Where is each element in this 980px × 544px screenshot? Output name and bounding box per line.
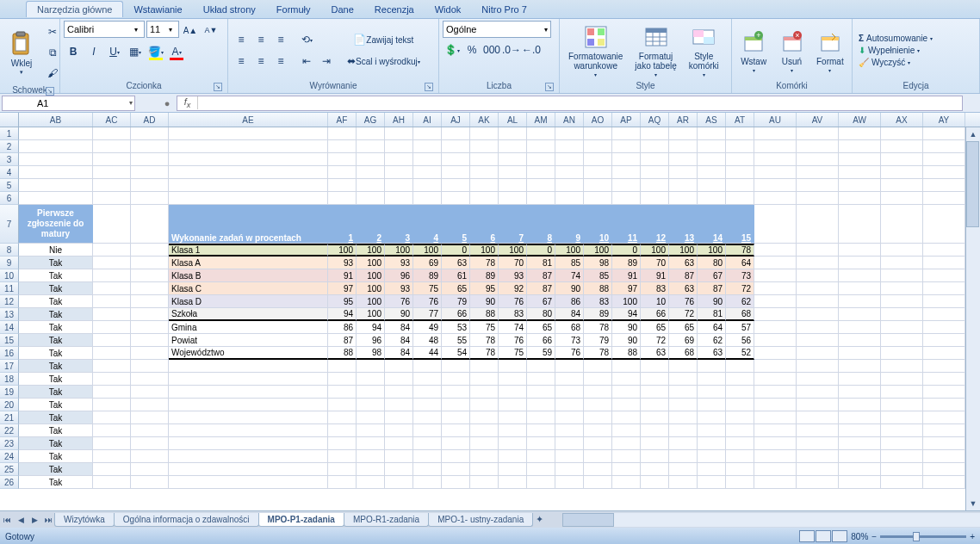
cell[interactable]	[555, 424, 584, 437]
cell[interactable]: 88	[470, 308, 499, 321]
cell[interactable]	[499, 411, 527, 424]
cell[interactable]	[442, 192, 470, 205]
cell[interactable]	[555, 166, 584, 179]
grow-font-button[interactable]: A▲	[181, 21, 200, 40]
cell[interactable]	[527, 476, 555, 489]
spreadsheet-grid[interactable]: 1234567Pierwsze zgłoszenie do maturyWyko…	[0, 127, 980, 510]
cell[interactable]	[93, 257, 131, 269]
cell[interactable]: Pierwsze zgłoszenie do matury	[19, 205, 93, 244]
row-header-25[interactable]: 25	[0, 463, 19, 476]
cell[interactable]	[797, 166, 839, 179]
cell[interactable]	[555, 476, 584, 489]
cell[interactable]	[357, 166, 385, 179]
cell[interactable]	[839, 424, 881, 437]
col-header-AF[interactable]: AF	[328, 113, 357, 127]
cell[interactable]	[385, 450, 413, 463]
cell[interactable]	[131, 308, 169, 321]
cell[interactable]: Tak	[19, 437, 93, 450]
cell[interactable]: Województwo	[169, 347, 328, 360]
cell[interactable]: 93	[499, 269, 527, 282]
cell[interactable]	[527, 127, 555, 140]
cell[interactable]: 98	[357, 347, 385, 360]
cell[interactable]	[131, 244, 169, 257]
cell[interactable]: 79	[584, 334, 612, 347]
cell[interactable]	[612, 192, 641, 205]
cell[interactable]	[754, 360, 797, 373]
row-header-17[interactable]: 17	[0, 360, 19, 373]
align-left-button[interactable]: ≡	[232, 52, 251, 71]
cell[interactable]: 68	[669, 347, 698, 360]
cell[interactable]: 59	[527, 347, 555, 360]
cell[interactable]: 0	[442, 244, 470, 257]
cell[interactable]: 62	[726, 295, 754, 308]
cell[interactable]	[169, 463, 328, 476]
cell[interactable]	[442, 360, 470, 373]
cell[interactable]	[584, 450, 612, 463]
cell[interactable]	[555, 437, 584, 450]
cell[interactable]	[131, 127, 169, 140]
cell[interactable]	[413, 386, 442, 399]
cell[interactable]	[328, 450, 357, 463]
cell[interactable]: 83	[584, 295, 612, 308]
cell[interactable]	[385, 424, 413, 437]
cell[interactable]	[612, 437, 641, 450]
cell[interactable]	[357, 192, 385, 205]
cell[interactable]	[797, 257, 839, 269]
row-header-7[interactable]: 7	[0, 205, 19, 244]
cell[interactable]	[555, 450, 584, 463]
cell[interactable]: 63	[442, 257, 470, 269]
fill-button[interactable]: ⬇ Wypełnienie ▾	[856, 45, 935, 56]
cell[interactable]	[698, 476, 726, 489]
cell[interactable]	[385, 127, 413, 140]
col-header-AP[interactable]: AP	[612, 113, 641, 127]
cell[interactable]	[641, 179, 669, 192]
cell[interactable]	[555, 411, 584, 424]
cell[interactable]: 76	[669, 295, 698, 308]
cell[interactable]: 83	[499, 308, 527, 321]
cell[interactable]: 91	[612, 269, 641, 282]
cell[interactable]	[698, 411, 726, 424]
cell[interactable]: 64	[698, 321, 726, 334]
cell[interactable]	[555, 373, 584, 386]
cell[interactable]	[131, 399, 169, 411]
cell[interactable]: 3	[385, 205, 413, 244]
cell[interactable]: 65	[527, 321, 555, 334]
cell[interactable]	[93, 282, 131, 295]
cell[interactable]: 89	[413, 269, 442, 282]
page-break-view-button[interactable]	[832, 530, 847, 542]
cell[interactable]: Klasa A	[169, 257, 328, 269]
align-middle-button[interactable]: ≡	[251, 30, 270, 49]
cell[interactable]	[839, 282, 881, 295]
cell[interactable]	[470, 166, 499, 179]
cell[interactable]	[698, 127, 726, 140]
cell[interactable]	[19, 140, 93, 153]
cell[interactable]	[754, 411, 797, 424]
col-header-AK[interactable]: AK	[470, 113, 499, 127]
cell[interactable]	[754, 140, 797, 153]
new-sheet-button[interactable]: ✦	[533, 514, 545, 525]
cell[interactable]: 96	[385, 269, 413, 282]
cell[interactable]	[754, 153, 797, 166]
cell[interactable]	[385, 386, 413, 399]
cell[interactable]	[169, 127, 328, 140]
cell[interactable]	[698, 463, 726, 476]
cell[interactable]	[169, 192, 328, 205]
cell[interactable]	[584, 179, 612, 192]
normal-view-button[interactable]	[799, 530, 815, 542]
number-format-combo[interactable]: Ogólne▾	[443, 21, 551, 38]
cell[interactable]	[499, 360, 527, 373]
cell[interactable]	[442, 463, 470, 476]
cell[interactable]: 95	[328, 295, 357, 308]
col-header-AH[interactable]: AH	[385, 113, 413, 127]
cell[interactable]	[726, 373, 754, 386]
cell[interactable]	[754, 321, 797, 334]
cell[interactable]	[839, 269, 881, 282]
col-header-AD[interactable]: AD	[131, 113, 169, 127]
cell[interactable]	[797, 373, 839, 386]
cell[interactable]	[612, 140, 641, 153]
cell[interactable]	[584, 140, 612, 153]
cell[interactable]	[726, 437, 754, 450]
cell[interactable]: 75	[499, 347, 527, 360]
cell[interactable]	[923, 166, 965, 179]
cell[interactable]	[923, 321, 965, 334]
